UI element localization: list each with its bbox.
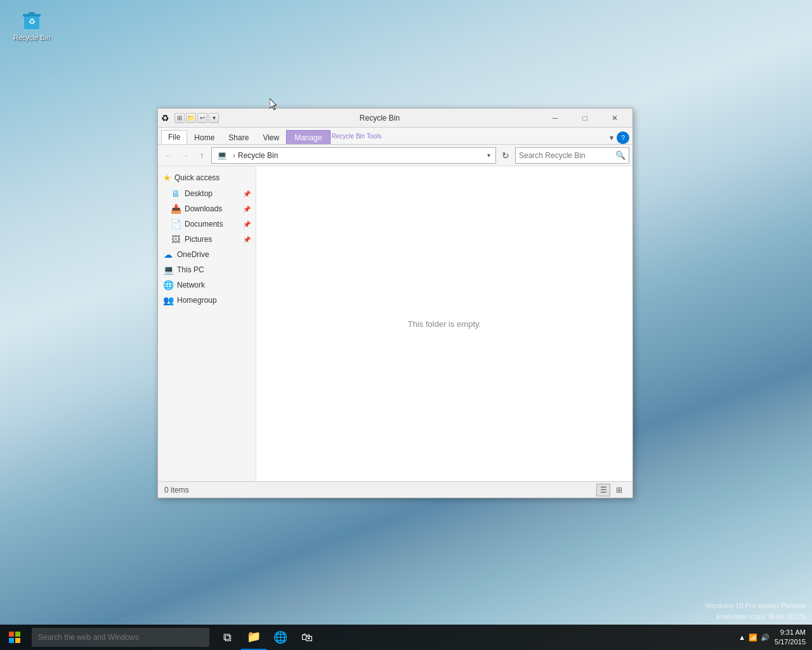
ribbon-tabs: File Home Share View Manage Recycle Bin … [158,128,632,144]
sidebar: ★ Quick access 🖥 Desktop 📌 📥 Downloads 📌 [158,166,256,481]
customize-btn[interactable]: ▾ [209,113,219,123]
onedrive-label: OneDrive [177,250,209,259]
sidebar-quick-access-header[interactable]: ★ Quick access [158,169,256,186]
path-dropdown-btn[interactable]: ▾ [487,152,490,159]
ribbon-tools-label: Recycle Bin Tools [332,133,382,140]
sidebar-item-homegroup[interactable]: 👥 Homegroup [158,293,256,308]
task-view-btn[interactable]: ⧉ [214,625,240,650]
store-taskbar-btn[interactable]: 🛍 [294,625,320,650]
main-area: ★ Quick access 🖥 Desktop 📌 📥 Downloads 📌 [158,166,632,481]
details-view-btn[interactable]: ☰ [596,484,610,496]
ribbon: File Home Share View Manage Recycle Bin … [158,128,632,145]
large-icon-view-btn[interactable]: ⊞ [612,484,626,496]
system-tray: ▲ 📶 🔊 [738,633,769,642]
explorer-window: ♻ ⊞ 📁 ↩ ▾ Recycle Bin ─ □ ✕ File Home [157,108,633,498]
sidebar-item-downloads[interactable]: 📥 Downloads 📌 [158,201,256,216]
address-bar: ← → ↑ 💻 › Recycle Bin ▾ ↻ 🔍 [158,145,632,166]
star-icon: ★ [163,173,171,183]
sidebar-item-pictures[interactable]: 🖼 Pictures 📌 [158,232,256,247]
documents-icon: 📄 [171,219,181,229]
svg-text:♻: ♻ [29,17,36,26]
address-dropdown-controls: ▾ [487,152,490,159]
undo-btn[interactable]: ↩ [197,113,207,123]
pin-icon-desktop: 📌 [243,190,251,197]
refresh-button[interactable]: ↻ [498,148,513,163]
thispc-icon: 💻 [163,265,173,275]
desktop-recycle-bin-icon[interactable]: ♻ Recycle Bin [10,6,54,41]
window-controls: ─ □ ✕ [540,109,629,128]
help-button[interactable]: ? [617,131,629,144]
properties-btn[interactable]: ⊞ [174,113,185,123]
status-bar: 0 items ☰ ⊞ [158,481,632,498]
svg-rect-5 [15,632,20,637]
svg-rect-6 [9,638,14,643]
pin-icon-downloads: 📌 [243,206,251,213]
svg-rect-7 [15,638,20,643]
sidebar-item-desktop[interactable]: 🖥 Desktop 📌 [158,186,256,201]
tab-share[interactable]: Share [221,130,256,144]
ribbon-expand-btn[interactable]: ▾ [610,133,613,142]
tab-file[interactable]: File [161,130,187,144]
up-button[interactable]: ↑ [194,148,209,163]
search-input[interactable] [519,151,615,160]
forward-button[interactable]: → [178,148,193,163]
tray-arrow[interactable]: ▲ [738,633,745,641]
item-count: 0 items [164,486,189,494]
sidebar-item-onedrive[interactable]: ☁ OneDrive [158,247,256,262]
maximize-button[interactable]: □ [570,109,599,128]
tab-view[interactable]: View [256,130,286,144]
taskbar: ⧉ 📁 🌐 🛍 ▲ 📶 🔊 9:31 AM 5/17/2015 [0,625,812,650]
address-icon: 💻 [217,150,227,160]
search-box: 🔍 [515,147,629,164]
downloads-icon: 📥 [171,204,181,214]
pictures-label: Pictures [185,235,212,244]
watermark-line1: Windows 10 Pro Insider Preview [705,600,806,611]
taskbar-right: ▲ 📶 🔊 9:31 AM 5/17/2015 [738,628,812,647]
clock-time: 9:31 AM [775,628,806,637]
nav-buttons: ← → ↑ [161,148,209,163]
quick-access-label: Quick access [174,173,219,182]
sidebar-item-network[interactable]: 🌐 Network [158,277,256,293]
taskbar-search-input[interactable] [32,628,209,647]
homegroup-label: Homegroup [177,296,217,305]
address-path-segment: Recycle Bin [238,151,278,160]
thispc-label: This PC [177,265,204,274]
minimize-button[interactable]: ─ [540,109,570,128]
empty-folder-message: This folder is empty. [408,319,481,329]
edge-taskbar-btn[interactable]: 🌐 [268,625,293,650]
pin-icon-documents: 📌 [243,221,251,228]
file-explorer-taskbar-btn[interactable]: 📁 [241,625,266,650]
desktop-label: Desktop [185,189,213,198]
pin-icon-pictures: 📌 [243,236,251,243]
content-area: This folder is empty. [256,166,632,481]
desktop-icon-label: Recycle Bin [13,34,50,41]
close-button[interactable]: ✕ [600,109,629,128]
downloads-label: Downloads [185,204,222,213]
tab-home[interactable]: Home [187,130,221,144]
sidebar-item-documents[interactable]: 📄 Documents 📌 [158,216,256,232]
back-button[interactable]: ← [161,148,176,163]
quick-access-toolbar: ⊞ 📁 ↩ ▾ [174,113,219,123]
tab-manage[interactable]: Manage [286,130,330,144]
title-bar: ♻ ⊞ 📁 ↩ ▾ Recycle Bin ─ □ ✕ [158,109,632,128]
system-clock[interactable]: 9:31 AM 5/17/2015 [775,628,806,647]
network-icon: 🌐 [163,280,173,290]
recycle-bin-icon-image: ♻ [19,6,44,32]
window-title: Recycle Bin [219,114,540,123]
address-path-bar[interactable]: 💻 › Recycle Bin ▾ [211,147,496,164]
desktop-icon: 🖥 [171,189,181,199]
svg-rect-4 [9,632,14,637]
status-bar-right: ☰ ⊞ [596,484,626,496]
taskbar-icons: ⧉ 📁 🌐 🛍 [214,625,320,650]
svg-rect-2 [29,12,35,15]
new-folder-btn[interactable]: 📁 [186,113,196,123]
tray-network-icon: 📶 [749,633,757,642]
window-icon: ♻ [161,113,169,123]
sidebar-item-thispc[interactable]: 💻 This PC [158,262,256,277]
title-bar-left: ♻ ⊞ 📁 ↩ ▾ [161,113,219,123]
watermark: Windows 10 Pro Insider Preview Evaluatio… [705,600,806,621]
desktop: ♻ Recycle Bin ♻ ⊞ 📁 ↩ ▾ Recycle Bin ─ [0,0,812,650]
ribbon-right-controls: ▾ ? [610,131,629,144]
start-button[interactable] [0,625,29,650]
search-icon[interactable]: 🔍 [615,150,625,160]
